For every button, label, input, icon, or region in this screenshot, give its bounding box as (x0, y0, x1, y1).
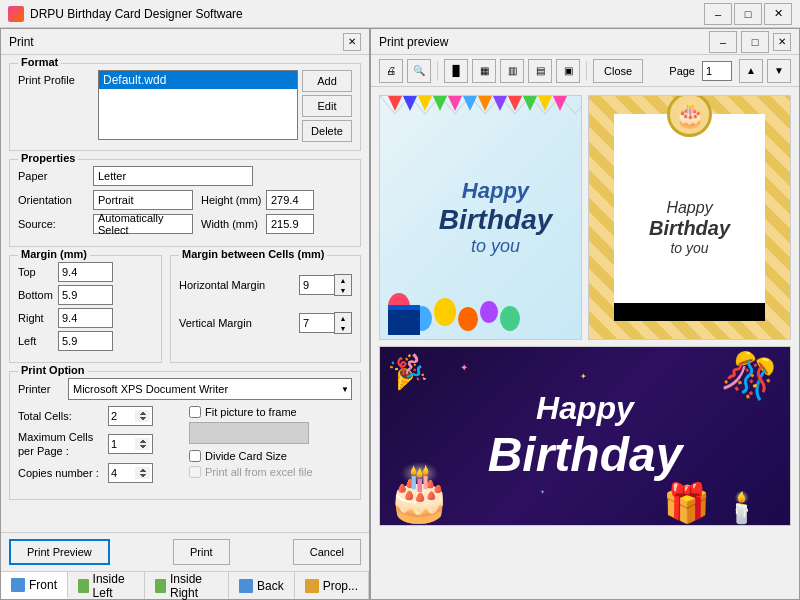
delete-button[interactable]: Delete (302, 120, 352, 142)
page-down-button[interactable]: ▼ (767, 59, 791, 83)
close-button[interactable]: ✕ (764, 3, 792, 25)
card2-birthday-text: Birthday (649, 217, 730, 240)
minimize-button[interactable]: – (704, 3, 732, 25)
bottom-margin-row: Bottom (18, 285, 153, 305)
left-margin-input[interactable] (58, 331, 113, 351)
cells-options: Total Cells: Maximum Cells per Page : Co… (18, 406, 352, 487)
vertical-down-button[interactable]: ▼ (335, 323, 351, 333)
vertical-spinner-buttons: ▲ ▼ (334, 312, 352, 334)
svg-marker-7 (493, 96, 507, 111)
tab-inside-right[interactable]: Inside Right (145, 572, 229, 599)
print-excel-checkbox (189, 466, 201, 478)
margin-box: Margin (mm) Top Bottom Right (9, 255, 162, 363)
bottom-tabs: Front Inside Left Inside Right Back Prop… (1, 571, 369, 599)
source-row: Source: Automatically Select Width (mm) … (18, 214, 352, 234)
preview-panel: Print preview – □ ✕ 🖨 🔍 ▐▌ ▦ ▥ ▤ ▣ Close… (370, 28, 800, 600)
bottom-margin-input[interactable] (58, 285, 113, 305)
tab-inside-left[interactable]: Inside Left (68, 572, 145, 599)
view-btn-3[interactable]: ▥ (500, 59, 524, 83)
tab-properties-label: Prop... (323, 579, 358, 593)
page-up-button[interactable]: ▲ (739, 59, 763, 83)
tab-front[interactable]: Front (1, 572, 68, 599)
main-window: DRPU Birthday Card Designer Software – □… (0, 0, 800, 600)
dialog-close-button[interactable]: ✕ (343, 33, 361, 51)
total-cells-input[interactable] (108, 406, 153, 426)
printer-select[interactable]: Microsoft XPS Document Writer (68, 378, 352, 400)
app-title-bar: DRPU Birthday Card Designer Software – □… (0, 0, 800, 28)
vertical-up-button[interactable]: ▲ (335, 313, 351, 323)
balloon-purple (480, 301, 498, 323)
format-row: Print Profile Default.wdd Add Edit Delet… (18, 70, 352, 142)
cancel-button[interactable]: Cancel (293, 539, 361, 565)
tab-properties[interactable]: Prop... (295, 572, 369, 599)
source-value: Automatically Select (93, 214, 193, 234)
divide-card-row: Divide Card Size (189, 450, 352, 462)
width-label: Width (mm) (201, 218, 266, 230)
horizontal-up-button[interactable]: ▲ (335, 275, 351, 285)
preview-title-controls: – □ ✕ (709, 31, 791, 53)
print-profile-label: Print Profile (18, 70, 98, 86)
source-label: Source: (18, 218, 93, 230)
card2-text: Happy Birthday to you (649, 199, 730, 256)
zoom-in-button[interactable]: 🔍 (407, 59, 431, 83)
right-margin-input[interactable] (58, 308, 113, 328)
card1-birthday-text: Birthday (439, 204, 553, 236)
total-cells-label: Total Cells: (18, 410, 108, 422)
preview-title: Print preview (379, 35, 448, 49)
balloon-green (500, 306, 520, 331)
copies-label: Copies number : (18, 467, 108, 479)
svg-marker-1 (403, 96, 417, 111)
profile-item-default[interactable]: Default.wdd (99, 71, 297, 89)
profile-buttons: Add Edit Delete (302, 70, 352, 142)
vertical-margin-input[interactable] (299, 313, 334, 333)
preview-close-button[interactable]: ✕ (773, 33, 791, 51)
max-cells-input[interactable] (108, 434, 153, 454)
card-1: Happy Birthday to you (379, 95, 582, 340)
edit-button[interactable]: Edit (302, 95, 352, 117)
top-margin-input[interactable] (58, 262, 113, 282)
view-btn-4[interactable]: ▤ (528, 59, 552, 83)
star-2: ✦ (580, 372, 587, 381)
tab-front-icon (11, 578, 25, 592)
view-btn-1[interactable]: ▐▌ (444, 59, 468, 83)
print-excel-label: Print all from excel file (205, 466, 313, 478)
printer-row: Printer Microsoft XPS Document Writer ▼ (18, 378, 352, 400)
vertical-margin-spinner: ▲ ▼ (299, 312, 352, 334)
tab-back-icon (239, 579, 253, 593)
horizontal-spinner-buttons: ▲ ▼ (334, 274, 352, 296)
print-toolbar-button[interactable]: 🖨 (379, 59, 403, 83)
printer-label: Printer (18, 383, 68, 395)
divide-card-checkbox[interactable] (189, 450, 201, 462)
card3-happy-text: Happy (488, 390, 683, 427)
profile-list[interactable]: Default.wdd (98, 70, 298, 140)
card3-birthday-text: Birthday (488, 427, 683, 482)
card2-toyou-text: to you (649, 240, 730, 256)
top-margin-label: Top (18, 266, 58, 278)
card3-hat-right: 🎊 (718, 347, 781, 406)
preview-maximize-button[interactable]: □ (741, 31, 769, 53)
close-preview-button[interactable]: Close (593, 59, 643, 83)
maximize-button[interactable]: □ (734, 3, 762, 25)
card-3: 🎂 🎉 🎁 🎊 🕯️ ✦ ✦ ✦ Happy Birthday (379, 346, 791, 526)
tab-inside-right-icon (155, 579, 166, 593)
gray-action-button (189, 422, 309, 444)
print-button[interactable]: Print (173, 539, 230, 565)
right-margin-label: Right (18, 312, 58, 324)
dialog-body: Format Print Profile Default.wdd Add Edi… (1, 55, 369, 532)
add-button[interactable]: Add (302, 70, 352, 92)
balloon-orange (458, 307, 478, 331)
content-area: Print ✕ Format Print Profile Default.wdd… (0, 28, 800, 600)
tab-back[interactable]: Back (229, 572, 295, 599)
view-btn-5[interactable]: ▣ (556, 59, 580, 83)
dialog-title: Print (9, 35, 34, 49)
print-preview-button[interactable]: Print Preview (9, 539, 110, 565)
view-btn-2[interactable]: ▦ (472, 59, 496, 83)
horizontal-down-button[interactable]: ▼ (335, 285, 351, 295)
preview-minimize-button[interactable]: – (709, 31, 737, 53)
page-input[interactable] (702, 61, 732, 81)
window-controls: – □ ✕ (704, 3, 792, 25)
margin-between-label: Margin between Cells (mm) (179, 248, 327, 260)
copies-input[interactable] (108, 463, 153, 483)
horizontal-margin-input[interactable] (299, 275, 334, 295)
fit-picture-checkbox[interactable] (189, 406, 201, 418)
